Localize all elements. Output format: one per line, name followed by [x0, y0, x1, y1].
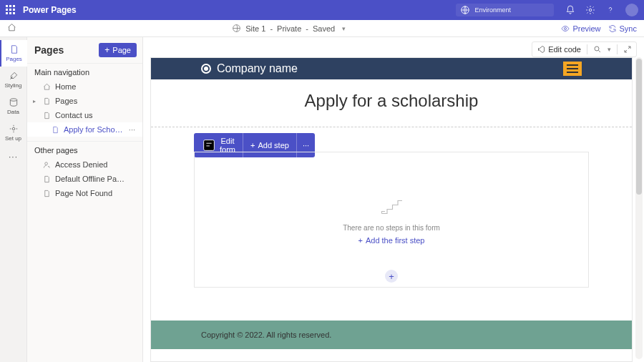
new-page-button[interactable]: +Page — [99, 43, 137, 57]
more-icon: ··· — [303, 141, 309, 150]
chevron-down-icon[interactable]: ▾ — [608, 46, 611, 53]
nav-item-offline[interactable]: Default Offline Page — [27, 172, 142, 186]
home-button[interactable] — [7, 23, 16, 34]
canvas-area: Edit code ▾ Company name Apply for a sch… — [143, 37, 644, 362]
svg-point-7 — [595, 47, 599, 51]
company-name: Company name — [217, 62, 298, 75]
nav-item-access-denied[interactable]: Access Denied — [27, 157, 142, 172]
nav-item-contact[interactable]: Contact us — [27, 108, 142, 122]
empty-state-text: There are no steps in this form — [343, 224, 440, 232]
add-section-button[interactable]: + — [385, 270, 398, 283]
chevron-down-icon: ▾ — [342, 25, 346, 32]
page-icon — [52, 126, 59, 134]
site-header: Company name — [151, 58, 632, 79]
avatar[interactable] — [625, 4, 638, 16]
page-icon — [43, 175, 51, 183]
sync-icon — [608, 24, 617, 33]
nav-item-apply-scholarship[interactable]: Apply for Scholars... ··· — [27, 122, 142, 137]
plus-icon: + — [104, 46, 109, 54]
nav-item-home[interactable]: Home — [27, 79, 142, 94]
chevron-right-icon[interactable]: ▸ — [33, 98, 36, 104]
page-icon — [43, 97, 51, 105]
data-icon — [9, 97, 19, 107]
panel-title: Pages — [34, 44, 64, 56]
form-region: Edit form + Add step ··· There are no st… — [151, 127, 632, 288]
expand-icon[interactable] — [623, 45, 632, 54]
gear-icon[interactable] — [585, 5, 595, 15]
nav-item-pages[interactable]: ▸ Pages — [27, 94, 142, 108]
site-picker[interactable]: Site 1 - Private - Saved ▾ — [16, 24, 561, 33]
rail-styling[interactable]: Styling — [0, 67, 27, 93]
steps-empty-icon — [379, 195, 404, 220]
environment-label: Environment — [474, 7, 511, 14]
app-title: Power Pages — [23, 5, 77, 15]
other-pages-tree: Access Denied Default Offline Page Page … — [27, 157, 142, 200]
rail-pages[interactable]: Pages — [0, 40, 27, 67]
nav-item-notfound[interactable]: Page Not Found — [27, 186, 142, 200]
site-icon — [232, 24, 241, 33]
plus-icon: + — [358, 236, 363, 245]
environment-icon — [460, 5, 470, 15]
item-overflow-icon[interactable]: ··· — [129, 125, 137, 134]
vscode-icon — [537, 45, 545, 54]
site-state: Saved — [313, 24, 335, 33]
svg-rect-8 — [204, 140, 215, 151]
footer-text: Copyright © 2022. All rights reserved. — [201, 331, 331, 339]
more-icon: ··· — [9, 152, 18, 162]
page-title: Apply for a scholarship — [151, 91, 632, 111]
zoom-icon[interactable] — [593, 45, 602, 54]
section-main-nav: Main navigation — [27, 63, 142, 79]
command-bar: Site 1 - Private - Saved ▾ Preview Sync — [0, 20, 644, 37]
styling-icon — [9, 71, 19, 81]
environment-picker[interactable]: Environment — [456, 4, 554, 16]
add-first-step-link[interactable]: + Add the first step — [358, 236, 425, 245]
section-other-pages: Other pages — [27, 141, 142, 157]
page-canvas: Company name Apply for a scholarship Edi… — [150, 57, 633, 362]
svg-point-3 — [565, 27, 567, 29]
rail-data[interactable]: Data — [0, 93, 27, 119]
svg-point-4 — [10, 99, 16, 102]
svg-point-5 — [12, 127, 15, 130]
canvas-toolbar: Edit code ▾ — [532, 41, 637, 57]
home-icon — [43, 83, 51, 91]
preview-button[interactable]: Preview — [561, 24, 600, 33]
vertical-scrollbar[interactable] — [635, 57, 643, 359]
hamburger-menu[interactable] — [563, 62, 582, 76]
page-icon — [43, 190, 51, 197]
scrollbar-thumb[interactable] — [636, 59, 642, 195]
eye-icon — [561, 24, 570, 33]
bell-icon[interactable] — [565, 5, 575, 15]
page-icon — [9, 44, 19, 54]
edit-code-button[interactable]: Edit code — [537, 45, 581, 54]
svg-point-6 — [45, 162, 48, 165]
sync-button[interactable]: Sync — [608, 24, 637, 33]
app-bar: Power Pages Environment — [0, 0, 644, 20]
page-icon — [43, 112, 51, 119]
form-icon — [201, 137, 217, 153]
site-name: Site 1 — [245, 24, 265, 33]
site-logo-icon — [201, 64, 211, 74]
rail-setup[interactable]: Set up — [0, 119, 27, 146]
app-launcher-icon[interactable] — [6, 5, 16, 15]
main-nav-tree: Home ▸ Pages Contact us Apply for Schola… — [27, 79, 142, 137]
site-privacy: Private — [277, 24, 301, 33]
left-rail: Pages Styling Data Set up ··· — [0, 37, 27, 362]
pages-panel: Pages +Page Main navigation Home ▸ Pages… — [27, 37, 143, 362]
person-key-icon — [43, 161, 51, 169]
help-icon[interactable] — [605, 5, 615, 15]
multistep-form-box[interactable]: There are no steps in this form + Add th… — [194, 152, 589, 288]
svg-point-1 — [589, 9, 592, 11]
setup-icon — [9, 124, 19, 134]
rail-more[interactable]: ··· — [0, 146, 27, 166]
plus-icon: + — [250, 141, 255, 150]
hero-section[interactable]: Apply for a scholarship — [151, 79, 632, 127]
site-footer: Copyright © 2022. All rights reserved. — [151, 321, 632, 349]
